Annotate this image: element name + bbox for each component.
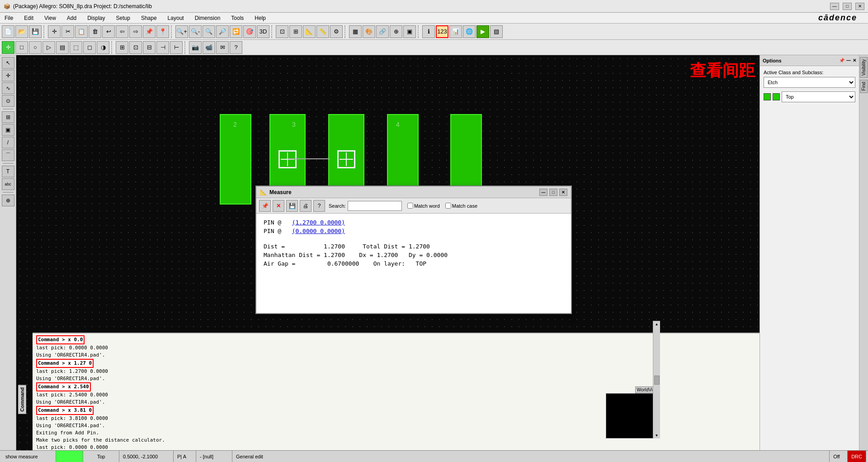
- menu-view[interactable]: View: [42, 14, 59, 22]
- menu-add[interactable]: Add: [64, 14, 79, 22]
- tb2-cam[interactable]: 📷: [189, 41, 202, 54]
- tb-nets[interactable]: 🔗: [376, 25, 389, 38]
- lt-select[interactable]: ↖: [2, 57, 14, 69]
- tb-zoom-fit[interactable]: 🔍: [203, 25, 215, 38]
- measure-close-btn[interactable]: ✕: [559, 189, 567, 196]
- tb-redo-left[interactable]: ⇦: [116, 25, 128, 38]
- menu-dimension[interactable]: Dimension: [192, 14, 223, 22]
- tb2-sel1[interactable]: □: [15, 41, 28, 54]
- options-min-btn[interactable]: —: [846, 58, 851, 63]
- tb-save[interactable]: 💾: [29, 25, 42, 38]
- tb-cut[interactable]: ✂: [61, 25, 74, 38]
- tb2-sel4[interactable]: ▤: [56, 41, 69, 54]
- cmd-scrollbar[interactable]: ▲ ▼: [653, 321, 660, 438]
- pin2-coords[interactable]: (0.0000 0.0000): [292, 228, 345, 234]
- tb-xsect[interactable]: ⊕: [390, 25, 402, 38]
- meas-tb-help[interactable]: ?: [313, 200, 325, 212]
- lt-place[interactable]: ⊞: [2, 111, 14, 123]
- tb-3d[interactable]: 3D: [257, 25, 269, 38]
- menu-setup[interactable]: Setup: [113, 14, 133, 22]
- class-dropdown[interactable]: Etch Board Geometry Package Geometry: [764, 77, 855, 88]
- tb-move[interactable]: ✛: [48, 25, 61, 38]
- tb-colors[interactable]: 🎨: [363, 25, 375, 38]
- tb2-snap[interactable]: ✛: [2, 41, 14, 54]
- tb-browser[interactable]: 🌐: [463, 25, 476, 38]
- tb-info[interactable]: ℹ: [422, 25, 435, 38]
- menu-display[interactable]: Display: [85, 14, 108, 22]
- tb-settings[interactable]: ⚙: [330, 25, 343, 38]
- tb2-sel5[interactable]: ⬚: [70, 41, 82, 54]
- tb2-help[interactable]: ?: [230, 41, 242, 54]
- scroll-up-btn[interactable]: ▲: [655, 322, 659, 326]
- scroll-down-btn[interactable]: ▼: [655, 433, 659, 438]
- lt-move[interactable]: ✛: [2, 70, 14, 81]
- tb2-view3[interactable]: ⊟: [143, 41, 156, 54]
- tb2-arr2[interactable]: ⊢: [170, 41, 183, 54]
- tb-green-btn[interactable]: ▶: [476, 25, 489, 38]
- tb-grid[interactable]: ⊞: [289, 25, 302, 38]
- meas-tb-save[interactable]: 💾: [286, 200, 298, 212]
- tb-snap[interactable]: 📐: [303, 25, 316, 38]
- menu-edit[interactable]: Edit: [21, 14, 36, 22]
- lt-arc[interactable]: ⌒: [2, 149, 14, 161]
- tb-zoom-out[interactable]: 🔍-: [189, 25, 202, 38]
- tb-open[interactable]: 📂: [15, 25, 28, 38]
- menu-shape[interactable]: Shape: [138, 14, 160, 22]
- tb2-sel2[interactable]: ○: [29, 41, 42, 54]
- lt-extra[interactable]: ⊕: [2, 195, 14, 206]
- tb2-view2[interactable]: ⊡: [129, 41, 142, 54]
- tb-extra[interactable]: ▧: [490, 25, 503, 38]
- tb2-sel7[interactable]: ◑: [97, 41, 109, 54]
- tb2-cam2[interactable]: 📹: [203, 41, 215, 54]
- lt-line[interactable]: /: [2, 137, 14, 148]
- scroll-thumb[interactable]: [654, 376, 660, 385]
- lt-text[interactable]: T: [2, 166, 14, 177]
- tb2-sel3[interactable]: ▷: [42, 41, 55, 54]
- tb-padstack[interactable]: ▣: [403, 25, 416, 38]
- match-case-checkbox[interactable]: [445, 203, 451, 209]
- menu-layout[interactable]: Layout: [165, 14, 187, 22]
- tb-redo-right[interactable]: ⇨: [129, 25, 142, 38]
- lt-route[interactable]: ∿: [2, 82, 14, 94]
- lt-abc[interactable]: abc: [2, 178, 14, 190]
- tb-ruler[interactable]: 📏: [316, 25, 329, 38]
- tb-layers[interactable]: ▦: [349, 25, 362, 38]
- tb-zoom-area[interactable]: 🔎: [216, 25, 229, 38]
- lt-via[interactable]: ⊙: [2, 95, 14, 107]
- maximize-button[interactable]: □: [843, 3, 852, 10]
- tb-flip[interactable]: ⊡: [276, 25, 288, 38]
- meas-tb-print[interactable]: 🖨: [300, 200, 311, 212]
- tb-undo[interactable]: ↩: [102, 25, 115, 38]
- tb2-mail[interactable]: ✉: [216, 41, 229, 54]
- tb-zoom-prev[interactable]: 🔁: [230, 25, 242, 38]
- tb-copy[interactable]: 📋: [75, 25, 88, 38]
- tb-report[interactable]: 📊: [449, 25, 462, 38]
- lt-pad[interactable]: ▣: [2, 124, 14, 136]
- measure-minimize-btn[interactable]: —: [539, 189, 547, 196]
- tb-measure[interactable]: 123: [436, 25, 448, 38]
- find-tab[interactable]: Find: [860, 80, 868, 93]
- meas-tb-clear[interactable]: ✕: [273, 200, 284, 212]
- tb-delete[interactable]: 🗑: [89, 25, 101, 38]
- tb2-sel6[interactable]: ◻: [83, 41, 96, 54]
- tb-pin[interactable]: 📌: [143, 25, 156, 38]
- tb-pin2[interactable]: 📍: [156, 25, 169, 38]
- search-input[interactable]: [348, 201, 402, 211]
- measure-maximize-btn[interactable]: □: [549, 189, 557, 196]
- options-pin-btn[interactable]: 📌: [839, 58, 844, 63]
- tb2-view1[interactable]: ⊞: [116, 41, 128, 54]
- close-button[interactable]: ✕: [855, 3, 864, 10]
- tb2-arr1[interactable]: ⊣: [156, 41, 169, 54]
- meas-tb-pin[interactable]: 📌: [259, 200, 271, 212]
- subclass-dropdown[interactable]: Top Bottom Inner1 Inner2: [782, 91, 855, 102]
- tb-zoom-in[interactable]: 🔍+: [175, 25, 188, 38]
- menu-tools[interactable]: Tools: [228, 14, 246, 22]
- match-word-checkbox[interactable]: [407, 203, 413, 209]
- pin1-coords[interactable]: (1.2700 0.0000): [292, 219, 345, 226]
- tb-new[interactable]: 📄: [2, 25, 14, 38]
- menu-help[interactable]: Help: [252, 14, 269, 22]
- menu-file[interactable]: File: [2, 14, 16, 22]
- visibility-tab[interactable]: Visibility: [860, 57, 868, 78]
- minimize-button[interactable]: —: [830, 3, 839, 10]
- options-close-btn[interactable]: ✕: [853, 58, 856, 63]
